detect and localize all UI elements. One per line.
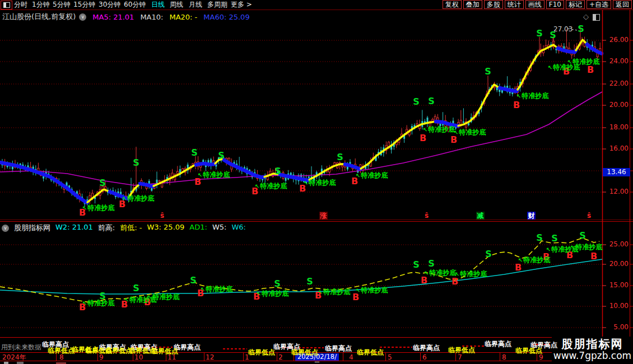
- indicator-value: W3: 25.09: [147, 223, 184, 233]
- arrow-icon: ↖: [455, 271, 459, 277]
- arrow-icon: ↖: [424, 270, 429, 276]
- arrow-icon: ↖: [257, 291, 261, 297]
- price-axis-label: 22.00: [603, 80, 629, 87]
- toolbar-button-F10[interactable]: F10: [546, 0, 564, 9]
- indicator-values: 股朋指标网W2: 21.01前高:前低: -W3: 25.09AD1:W5:W6…: [14, 223, 246, 233]
- indicator-axis-label: 25.00: [603, 241, 629, 248]
- toolbar-button-画线[interactable]: 画线: [525, 0, 544, 9]
- toolbar-button-复权[interactable]: 复权: [443, 0, 462, 9]
- toolbar: 分时1分钟5分钟15分钟30分钟60分钟日线周线月线多周期更多 > 复权叠加多股…: [0, 0, 633, 10]
- menu-item-5分钟[interactable]: 5分钟: [53, 1, 71, 8]
- critical-high-label: 临界高点: [485, 340, 511, 347]
- menu-item-30分钟[interactable]: 30分钟: [99, 1, 120, 8]
- buy-signal: B: [194, 178, 201, 186]
- sell-signal-sub: S: [551, 234, 558, 243]
- sell-signal: S: [218, 151, 225, 160]
- arrow-icon: ↖: [198, 172, 202, 178]
- panel-split-icon[interactable]: [593, 14, 600, 21]
- menu-item-日线[interactable]: 日线: [151, 1, 165, 8]
- high-price-callout: 27.03: [553, 26, 573, 32]
- date-axis-label: 10: [134, 354, 143, 361]
- toolbar-button-叠加[interactable]: 叠加: [463, 0, 482, 9]
- bottom-fishing-label-sub: ↖特准抄底: [201, 286, 232, 293]
- sell-signal: S: [191, 148, 198, 157]
- indicator-axis-label: 15.00: [603, 282, 629, 289]
- date-axis-label: 9: [539, 354, 543, 361]
- ma-value: MA60: 25.09: [203, 13, 249, 21]
- arrow-icon: ↖: [124, 297, 129, 303]
- toolbar-button-统计[interactable]: 统计: [505, 0, 524, 9]
- critical-high-label: 临界高点: [325, 345, 352, 352]
- date-axis-label: 4: [349, 354, 353, 361]
- bottom-fishing-label: ↖特准抄底: [356, 172, 388, 179]
- price-axis-label: 24.00: [603, 58, 629, 65]
- menu-item-15分钟[interactable]: 15分钟: [73, 1, 95, 8]
- sell-signal: S: [578, 25, 584, 34]
- bottom-fishing-label-sub: ↖特准抄底: [257, 290, 288, 297]
- ma-value: MA20: -: [169, 13, 197, 21]
- sell-signal-sub: S: [133, 284, 139, 293]
- window-layout-icon[interactable]: [1, 1, 12, 10]
- frame-lines: [0, 10, 633, 364]
- sell-signal: S: [550, 31, 556, 40]
- indicator-value: W6:: [231, 223, 246, 233]
- event-marker-财: 财: [527, 212, 536, 220]
- toolbar-button-标记[interactable]: 标记: [566, 0, 585, 9]
- arrow-icon: ↖: [454, 129, 458, 136]
- collapse-chevron-icon[interactable]: ∨: [2, 225, 9, 232]
- critical-low-label: 临界低点: [105, 347, 132, 354]
- sell-signal-sub: S: [428, 259, 435, 268]
- diamond-icon[interactable]: ◇: [583, 13, 589, 21]
- ma-value: MA5: 21.01: [92, 13, 134, 21]
- date-axis-label: 5: [388, 354, 392, 361]
- collapse-chevron-icon[interactable]: ∨: [79, 13, 86, 21]
- buy-signal: B: [513, 101, 520, 110]
- indicator-value: AD1:: [189, 223, 207, 233]
- date-axis-label: 7: [458, 354, 462, 361]
- app-window: 分时1分钟5分钟15分钟30分钟60分钟日线周线月线多周期更多 > 复权叠加多股…: [0, 0, 633, 364]
- watermark: 股朋指标网 www.7gpzb.com: [552, 337, 633, 364]
- ma60-line: [0, 92, 602, 185]
- date-axis-label: 12: [206, 354, 214, 361]
- arrow-icon: ↖: [423, 127, 427, 133]
- indicator-value: W5:: [212, 223, 227, 233]
- sell-signal-sub: S: [485, 250, 492, 259]
- watermark-url: www.7gpzb.com: [552, 350, 633, 361]
- date-axis-label: 8: [502, 354, 506, 361]
- indicator-yellow-line: [0, 238, 599, 302]
- sell-signal: S: [337, 153, 343, 162]
- bottom-fishing-label-sub: ↖特准抄底: [356, 287, 388, 294]
- price-axis-label: 26.00: [603, 36, 629, 44]
- menu-item-更多 >[interactable]: 更多 >: [231, 1, 252, 8]
- indicator-axis-label: 20.00: [603, 260, 629, 268]
- event-marker-ŝ: ŝ: [587, 212, 591, 220]
- menu-item-分时[interactable]: 分时: [14, 1, 27, 8]
- toolbar-button-+自选[interactable]: +自选: [587, 0, 611, 9]
- menu-item-1分钟[interactable]: 1分钟: [32, 1, 50, 8]
- date-axis-label: 2: [278, 354, 283, 361]
- bottom-fishing-label-sub: ↖特准抄底: [82, 300, 114, 307]
- date-axis-label: 8: [59, 354, 64, 361]
- sell-signal-sub: S: [274, 279, 281, 288]
- date-axis-label: 1: [245, 354, 249, 361]
- menu-item-周线[interactable]: 周线: [170, 1, 183, 8]
- sell-signal-sub: S: [536, 234, 543, 242]
- indicator-value: W2: 21.01: [55, 223, 93, 233]
- bottom-fishing-label-sub: ↖特准抄底: [518, 256, 550, 264]
- buy-signal-sub: B: [452, 277, 458, 286]
- arrow-icon: ↖: [548, 64, 552, 71]
- watermark-site-name: 股朋指标网: [552, 338, 633, 350]
- menu-item-60分钟[interactable]: 60分钟: [124, 1, 146, 8]
- toolbar-button-返回[interactable]: 返回: [613, 0, 632, 9]
- bottom-fishing-label-sub: ↖特准抄底: [455, 270, 487, 278]
- date-axis-label: 6: [422, 354, 427, 361]
- menu-item-月线[interactable]: 月线: [189, 1, 202, 8]
- sell-signal-sub: S: [306, 277, 313, 286]
- bottom-fishing-label-sub: ↖特准抄底: [147, 293, 179, 301]
- price-axis-label: 16.00: [603, 145, 629, 152]
- menu-item-多周期[interactable]: 多周期: [207, 1, 227, 8]
- ma-value: MA10:: [140, 13, 163, 21]
- critical-low-label: 临界低点: [515, 347, 542, 354]
- toolbar-button-多股[interactable]: 多股: [484, 0, 503, 9]
- buy-signal-sub: B: [590, 252, 597, 261]
